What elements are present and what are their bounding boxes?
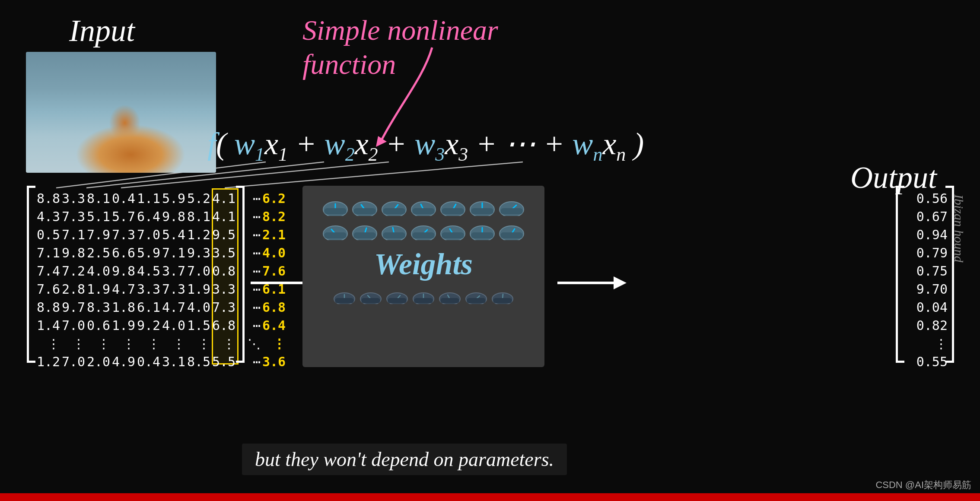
matrix-cell: 6.1 bbox=[137, 299, 162, 316]
gauge-icon bbox=[322, 219, 349, 240]
matrix-cell: 1.1 bbox=[137, 190, 162, 207]
matrix-cell: 7.0 bbox=[62, 353, 87, 371]
svg-rect-48 bbox=[493, 298, 512, 303]
output-values: 0.560.670.940.790.759.700.040.82⋮0.55 bbox=[916, 190, 948, 371]
matrix-cell: 5.7 bbox=[112, 208, 137, 225]
matrix-cell: 2.0 bbox=[87, 353, 112, 371]
matrix-cell: 1.8 bbox=[112, 299, 137, 316]
output-cell: 0.55 bbox=[916, 353, 948, 371]
gauge-icon bbox=[351, 194, 378, 216]
svg-rect-22 bbox=[324, 232, 347, 238]
gauge-icon bbox=[333, 286, 356, 304]
svg-rect-14 bbox=[412, 208, 435, 214]
matrix-cell: ⋮ bbox=[262, 335, 287, 352]
matrix-cell: ⋮ bbox=[87, 335, 112, 352]
svg-rect-24 bbox=[353, 232, 376, 238]
matrix-cell: 4.7 bbox=[112, 281, 137, 298]
matrix-cell: 7.1 bbox=[37, 244, 62, 262]
gauge-icon bbox=[439, 194, 466, 216]
matrix-cell: 5.4 bbox=[162, 226, 187, 244]
matrix-cell: 7.6 bbox=[37, 281, 62, 298]
matrix-cell: 3.5 bbox=[212, 244, 237, 262]
matrix-cell: 0.6 bbox=[87, 317, 112, 334]
matrix-cell: 2.5 bbox=[87, 244, 112, 262]
svg-rect-40 bbox=[388, 298, 407, 303]
matrix-cell: 6.8 bbox=[262, 299, 287, 316]
matrix-cell: 9.3 bbox=[187, 244, 212, 262]
matrix-cell: 8.1 bbox=[87, 190, 112, 207]
matrix-cell: 9.8 bbox=[112, 263, 137, 280]
matrix-cell: 9.8 bbox=[62, 244, 87, 262]
input-label: Input bbox=[69, 13, 135, 49]
matrix-cell: 4.7 bbox=[162, 299, 187, 316]
matrix-cell: ⋮ bbox=[37, 335, 62, 352]
svg-rect-32 bbox=[471, 232, 493, 238]
matrix-cell: 2.1 bbox=[262, 226, 287, 244]
gauge-icon bbox=[412, 286, 436, 304]
svg-rect-26 bbox=[383, 232, 405, 238]
weights-box: Weights bbox=[302, 186, 544, 367]
matrix-cell: 5.5 bbox=[212, 353, 237, 371]
matrix-cell: 6.6 bbox=[112, 244, 137, 262]
svg-rect-34 bbox=[500, 232, 523, 238]
matrix-cell: 7.1 bbox=[162, 244, 187, 262]
matrix-cell: 0.4 bbox=[137, 353, 162, 371]
matrix-cell: 8.5 bbox=[187, 353, 212, 371]
gauge-icon bbox=[351, 219, 378, 240]
output-bracket-left bbox=[896, 186, 904, 363]
matrix-cell: ⋮ bbox=[112, 335, 137, 352]
matrix-cell: 1.5 bbox=[187, 317, 212, 334]
matrix-cell: 5.9 bbox=[162, 190, 187, 207]
matrix-cell: 7.3 bbox=[162, 281, 187, 298]
matrix-cell: 8.3 bbox=[87, 299, 112, 316]
output-cell: ⋮ bbox=[916, 335, 948, 352]
matrix-cell: 4.1 bbox=[212, 190, 237, 207]
gauge-icon bbox=[465, 286, 488, 304]
matrix-cell: 9.5 bbox=[212, 226, 237, 244]
matrix-cell: ⋮ bbox=[62, 335, 87, 352]
matrix-cell: ⋮ bbox=[137, 335, 162, 352]
matrix-cell: 1.9 bbox=[87, 281, 112, 298]
output-cell: 0.82 bbox=[916, 317, 948, 334]
matrix-cell: 8.1 bbox=[187, 208, 212, 225]
matrix-cell: 4.1 bbox=[212, 208, 237, 225]
svg-rect-44 bbox=[440, 298, 459, 303]
matrix-cell: 3.3 bbox=[137, 281, 162, 298]
matrix-cell: 5.2 bbox=[187, 190, 212, 207]
gauge-icon bbox=[381, 219, 407, 240]
matrix-cell: 7.0 bbox=[137, 226, 162, 244]
svg-rect-8 bbox=[324, 208, 347, 214]
gauge-icon bbox=[469, 219, 496, 240]
matrix-cell: 4.0 bbox=[187, 299, 212, 316]
matrix-cell: 7.3 bbox=[212, 299, 237, 316]
matrix-cell: 9.2 bbox=[137, 317, 162, 334]
matrix-content: 8.83.38.10.41.15.95.24.1⋯6.24.37.35.15.7… bbox=[37, 190, 287, 371]
output-cell: 0.79 bbox=[916, 244, 948, 262]
matrix-cell: 2.8 bbox=[62, 281, 87, 298]
matrix-cell: 6.2 bbox=[262, 190, 287, 207]
gauge-icon bbox=[385, 286, 409, 304]
matrix-bracket-left bbox=[27, 186, 35, 363]
matrix-cell: 4.5 bbox=[137, 263, 162, 280]
svg-rect-30 bbox=[442, 232, 464, 238]
matrix-cell: 4.3 bbox=[37, 208, 62, 225]
matrix-cell: 9.7 bbox=[62, 299, 87, 316]
matrix-cell: 4.0 bbox=[162, 317, 187, 334]
gauge-icon bbox=[491, 286, 515, 304]
gauge-icon bbox=[498, 219, 525, 240]
matrix-cell: 7.3 bbox=[112, 226, 137, 244]
gauge-icon bbox=[410, 194, 437, 216]
output-cell: 0.94 bbox=[916, 226, 948, 244]
svg-rect-36 bbox=[335, 298, 354, 303]
matrix-cell: ⋮ bbox=[187, 335, 212, 352]
matrix-cell: 8.8 bbox=[37, 299, 62, 316]
gauge-icon bbox=[469, 194, 496, 216]
matrix-cell: 0.4 bbox=[112, 190, 137, 207]
matrix-cell: 1.9 bbox=[187, 281, 212, 298]
svg-rect-16 bbox=[442, 208, 464, 214]
gauge-icon bbox=[438, 286, 462, 304]
matrix-cell: 7.0 bbox=[62, 317, 87, 334]
matrix-cell: 6.8 bbox=[212, 317, 237, 334]
matrix-cell: 4.0 bbox=[87, 263, 112, 280]
matrix-cell: 3.3 bbox=[212, 281, 237, 298]
